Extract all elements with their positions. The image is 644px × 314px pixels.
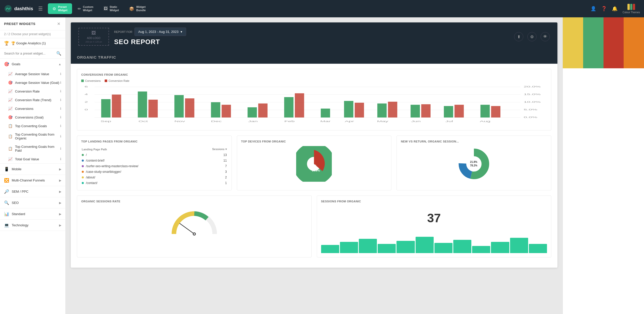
avatar-icon[interactable]: 👤: [591, 6, 596, 11]
top-landing-title: TOP LANDING PAGES FROM ORGANIC: [81, 140, 227, 143]
svg-text:5.0%: 5.0%: [524, 108, 538, 111]
date-range-selector[interactable]: Aug 1, 2023 - Aug 31, 2023 ▾: [134, 28, 186, 36]
info-icon[interactable]: ℹ: [60, 157, 61, 161]
sem-icon: 🔎: [4, 189, 9, 194]
seo-section-header[interactable]: 🔍 SEO ▶: [0, 197, 65, 208]
info-icon[interactable]: ℹ: [60, 81, 61, 84]
svg-rect-17: [138, 91, 147, 117]
svg-point-59: [194, 233, 195, 235]
info-icon[interactable]: ℹ: [60, 89, 61, 93]
swatch-green: [583, 17, 604, 68]
help-icon[interactable]: ❓: [601, 6, 607, 11]
tab-custom-widget[interactable]: ✏ Custom Widget: [73, 3, 98, 14]
info-icon[interactable]: ℹ: [60, 72, 61, 76]
list-item[interactable]: 📈 Conversion Rate (Trend) ℹ: [0, 96, 65, 104]
tab-preset-widget[interactable]: ⚙ Preset Widget: [48, 3, 72, 14]
goals-label: Goals: [12, 62, 20, 66]
svg-text:Dec: Dec: [211, 120, 222, 123]
sidebar-item-conversion-rate[interactable]: 📈 Conversion Rate ℹ: [0, 87, 65, 96]
sidebar-item-conversions[interactable]: 📈 Conversions ℹ: [0, 104, 65, 113]
search-icon[interactable]: 🔍: [56, 51, 61, 56]
sidebar-section-multichannel: 🔀 Multi-Channel Funnels ▶: [0, 175, 65, 186]
landing-pages-table: Landing Page Path Sessions ▾ /: [81, 146, 227, 186]
technology-section-header[interactable]: 💻 Technology ▶: [0, 220, 65, 231]
eye-button[interactable]: 👁: [541, 32, 550, 41]
svg-rect-31: [388, 102, 398, 117]
svg-rect-24: [258, 103, 268, 117]
menu-icon[interactable]: ☰: [38, 6, 43, 12]
goals-section-header[interactable]: 🎯 Goals ▲: [0, 59, 65, 70]
svg-rect-22: [222, 105, 231, 117]
info-icon[interactable]: ℹ: [60, 115, 61, 119]
sem-section-header[interactable]: 🔎 SEM / PPC ▶: [0, 186, 65, 197]
sidebar-source: 🏆 🏆 Google Analytics (1): [0, 38, 65, 48]
logo-placeholder[interactable]: 🖼 ADD LOGO 250 px X 125 px: [78, 28, 109, 46]
standard-section-header[interactable]: 📊 Standard ▶: [0, 208, 65, 219]
svg-text:2: 2: [85, 101, 88, 103]
svg-rect-27: [321, 109, 330, 117]
sidebar-item-top-converting-organic[interactable]: 📋 Top Converting Goals from Organic ℹ: [0, 130, 65, 142]
gauge-chart: [81, 206, 307, 239]
sidebar-item-top-converting-goals[interactable]: 📋 Top Converting Goals ℹ: [0, 122, 65, 130]
report-for-label: REPORT FOR: [114, 30, 132, 33]
app-logo[interactable]: dashthis: [4, 5, 33, 13]
svg-text:15.0%: 15.0%: [524, 93, 541, 96]
search-input[interactable]: [4, 51, 54, 55]
rate-legend-dot: [105, 80, 107, 82]
svg-text:0.0%: 0.0%: [524, 116, 538, 119]
table-row: /case-study-smartblogger/ 3: [82, 169, 227, 174]
close-button[interactable]: ✕: [56, 21, 61, 27]
sessions-column-header: Sessions ▾: [197, 147, 227, 152]
settings-button[interactable]: ⚙: [527, 32, 537, 41]
trend-icon: 📈: [8, 72, 12, 76]
svg-text:Jun: Jun: [411, 120, 421, 123]
list-item[interactable]: 🎯 Conversions (Goal) ℹ: [0, 113, 65, 122]
top-devices-widget: TOP DEVICES FROM ORGANIC 35.1% 64.9%: [237, 136, 392, 190]
info-icon[interactable]: ℹ: [60, 107, 61, 110]
notifications-icon[interactable]: 🔔: [612, 6, 618, 11]
seo-icon: 🔍: [4, 200, 9, 205]
share-button[interactable]: ⬆: [514, 32, 523, 41]
info-icon[interactable]: ℹ: [60, 124, 61, 128]
list-icon: 📋: [8, 134, 12, 138]
multichannel-icon: 🔀: [4, 178, 9, 183]
svg-text:10.0%: 10.0%: [524, 101, 541, 103]
svg-text:64.9%: 64.9%: [312, 169, 320, 172]
tab-static-widget[interactable]: 🖼 Static Widget: [99, 3, 124, 14]
svg-rect-23: [248, 107, 257, 117]
static-icon: 🖼: [104, 6, 108, 11]
svg-rect-21: [211, 102, 221, 117]
svg-text:0: 0: [85, 108, 88, 111]
sessions-from-organic-widget: SESSIONS FROM ORGANIC 37: [317, 195, 552, 257]
mobile-section-header[interactable]: 📱 Mobile ▶: [0, 164, 65, 175]
colour-themes-icon: [627, 4, 635, 10]
info-icon[interactable]: ℹ: [60, 147, 61, 150]
list-item[interactable]: 📈 Total Goal Value ℹ: [0, 155, 65, 163]
table-row: / 13: [82, 152, 227, 158]
landing-page-path: /: [86, 153, 87, 157]
organic-traffic-title: ORGANIC TRAFFIC: [77, 55, 116, 59]
table-row: /about/ 2: [82, 175, 227, 180]
list-item[interactable]: 📈 Average Session Value ℹ: [0, 70, 65, 78]
list-item[interactable]: 🎯 Average Session Value (Goal) ℹ: [0, 78, 65, 87]
info-icon[interactable]: ℹ: [60, 135, 61, 138]
multichannel-section-header[interactable]: 🔀 Multi-Channel Funnels ▶: [0, 175, 65, 186]
svg-text:4: 4: [85, 93, 88, 96]
colour-themes-button[interactable]: Colour Themes: [623, 4, 640, 14]
tab-widget-bundle[interactable]: 📦 Widget Bundle: [125, 3, 150, 14]
conversions-legend-dot: [81, 80, 84, 82]
svg-text:Feb: Feb: [284, 120, 295, 123]
standard-icon: 📊: [4, 212, 9, 216]
svg-rect-15: [101, 99, 111, 117]
sort-icon[interactable]: ▾: [225, 148, 227, 151]
dashthis-logo-icon: [4, 5, 12, 13]
row-color-dot: [82, 182, 84, 184]
info-icon[interactable]: ℹ: [60, 98, 61, 102]
sidebar-section-technology: 💻 Technology ▶: [0, 220, 65, 231]
goals-chevron-icon: ▲: [58, 62, 61, 66]
sidebar-item-top-converting-paid[interactable]: 📋 Top Converting Goals from Paid ℹ: [0, 142, 65, 155]
svg-text:May: May: [377, 120, 388, 123]
conversions-chart-title: CONVERSIONS FROM ORGANIC: [81, 73, 547, 76]
sidebar-search-area: 🔍: [0, 48, 65, 59]
row-color-dot: [82, 176, 84, 178]
